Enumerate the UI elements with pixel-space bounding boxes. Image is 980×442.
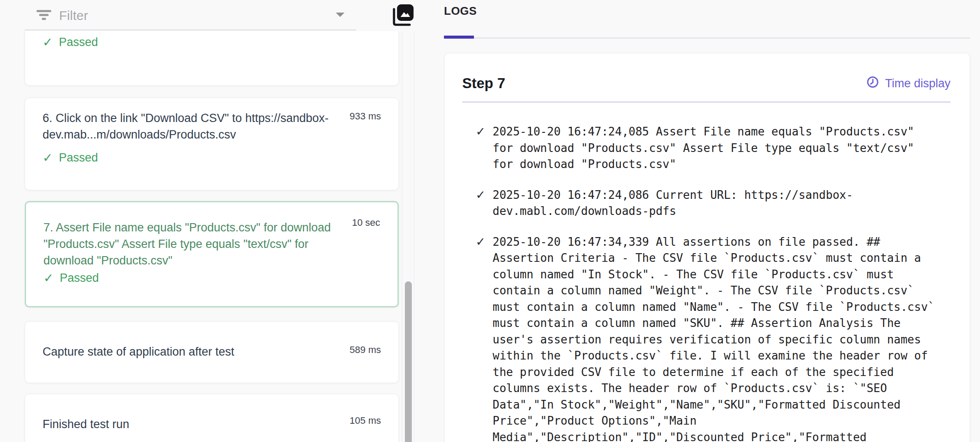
steps-scrollbar xyxy=(402,31,414,442)
steps-list: mabl.mp4 Passed 6. Click on the link "Do… xyxy=(0,31,401,442)
filter-list-icon xyxy=(36,8,52,23)
log-message: 2025-10-20 16:47:24,086 Current URL: htt… xyxy=(493,187,934,220)
header-divider xyxy=(462,102,950,102)
chevron-down-icon xyxy=(334,11,346,20)
status-badge: Passed xyxy=(43,151,98,165)
status-badge: Passed xyxy=(43,35,98,49)
step-duration: 589 ms xyxy=(350,344,381,356)
step-title: Capture state of application after test xyxy=(43,343,347,360)
filter-dropdown[interactable]: Filter xyxy=(25,2,356,30)
check-icon xyxy=(43,271,53,285)
check-icon xyxy=(476,234,487,251)
screenshots-toggle-button[interactable] xyxy=(389,2,416,29)
filter-placeholder: Filter xyxy=(59,8,334,23)
step-card-6-click-download-csv[interactable]: 6. Click on the link "Download CSV" to h… xyxy=(25,98,399,190)
status-label: Passed xyxy=(59,151,98,165)
logs-header: Step 7 Time display xyxy=(462,71,950,96)
logs-card: Step 7 Time display 2025-10-20 16:47:24,… xyxy=(444,53,970,442)
check-icon xyxy=(476,124,487,140)
check-icon xyxy=(43,151,53,165)
log-entry: 2025-10-20 16:47:24,086 Current URL: htt… xyxy=(476,187,961,220)
step-title: 6. Click on the link "Download CSV" to h… xyxy=(43,110,347,143)
scrollbar-thumb[interactable] xyxy=(405,281,412,442)
step-duration: 933 ms xyxy=(350,111,381,122)
step-card-7-assert-file-selected[interactable]: 7. Assert File name equals "Products.csv… xyxy=(25,201,399,307)
step-duration: 10 sec xyxy=(352,217,380,228)
step-card-mabl-mp4[interactable]: mabl.mp4 Passed xyxy=(25,31,399,86)
time-display-button[interactable]: Time display xyxy=(866,76,950,92)
log-message: 2025-10-20 16:47:34,339 All assertions o… xyxy=(493,234,934,442)
tab-logs[interactable]: LOGS xyxy=(444,4,477,18)
time-display-label: Time display xyxy=(885,77,950,90)
tab-track xyxy=(444,37,970,39)
step-heading: Step 7 xyxy=(462,75,505,92)
check-icon xyxy=(43,35,53,49)
step-card-capture-state[interactable]: Capture state of application after test … xyxy=(25,321,399,383)
log-entry: 2025-10-20 16:47:34,339 All assertions o… xyxy=(476,234,961,442)
log-entries: 2025-10-20 16:47:24,085 Assert File name… xyxy=(476,124,961,442)
step-title: 7. Assert File name equals "Products.csv… xyxy=(43,219,348,269)
tab-active-indicator xyxy=(444,36,474,39)
test-run-output-screen: Filter mabl.mp4 Passed 6. Click on the l… xyxy=(0,0,980,442)
check-icon xyxy=(476,187,487,204)
log-message: 2025-10-20 16:47:24,085 Assert File name… xyxy=(493,124,934,173)
status-label: Passed xyxy=(60,271,99,285)
status-badge: Passed xyxy=(43,271,99,285)
step-title: Finished test run xyxy=(43,416,347,432)
status-label: Passed xyxy=(59,36,98,49)
step-card-finished-test-run[interactable]: Finished test run 105 ms xyxy=(25,394,399,442)
clock-icon xyxy=(866,76,879,92)
log-entry: 2025-10-20 16:47:24,085 Assert File name… xyxy=(476,124,961,173)
step-duration: 105 ms xyxy=(350,415,381,426)
